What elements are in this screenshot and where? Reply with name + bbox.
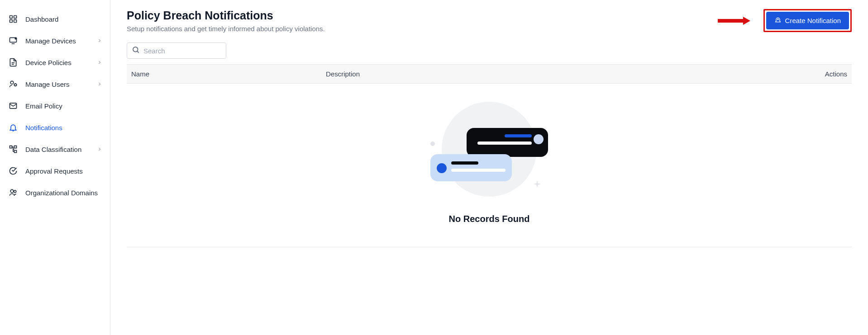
user-settings-icon [8, 79, 18, 89]
svg-rect-3 [14, 20, 17, 23]
search-icon [132, 46, 140, 56]
check-circle-icon [8, 166, 18, 176]
create-notification-label: Create Notification [785, 17, 841, 24]
sidebar-item-approval-requests[interactable]: Approval Requests [0, 160, 110, 182]
sidebar-item-label: Organizational Domains [25, 189, 103, 197]
sidebar-item-manage-users[interactable]: Manage Users [0, 73, 110, 95]
main-content: Policy Breach Notifications Setup notifi… [110, 0, 868, 335]
bell-plus-icon [774, 16, 782, 25]
chevron-right-icon [96, 81, 103, 87]
sidebar-item-email-policy[interactable]: Email Policy [0, 95, 110, 117]
sidebar-item-dashboard[interactable]: Dashboard [0, 8, 110, 30]
sidebar-item-label: Approval Requests [25, 167, 103, 175]
sidebar-item-data-classification[interactable]: Data Classification [0, 138, 110, 160]
svg-point-15 [10, 189, 14, 193]
sidebar-item-device-policies[interactable]: Device Policies [0, 52, 110, 73]
column-header-name: Name [131, 70, 326, 78]
column-header-actions: Actions [793, 70, 847, 78]
document-icon [8, 57, 18, 67]
svg-line-22 [137, 51, 139, 53]
sidebar-item-label: Device Policies [25, 59, 96, 66]
chevron-right-icon [96, 59, 103, 66]
svg-rect-12 [10, 146, 12, 148]
empty-state-illustration [430, 102, 548, 201]
svg-rect-14 [14, 151, 17, 153]
svg-rect-0 [10, 16, 13, 19]
sidebar-item-label: Dashboard [25, 15, 103, 23]
chevron-right-icon [96, 38, 103, 44]
highlight-box: Create Notification [763, 9, 852, 32]
search-box[interactable] [127, 42, 226, 59]
svg-point-16 [14, 190, 16, 193]
sparkle-icon [533, 179, 542, 189]
monitor-icon [8, 36, 18, 46]
sidebar-item-label: Notifications [25, 124, 103, 132]
svg-rect-2 [10, 20, 13, 23]
sidebar-item-label: Manage Users [25, 80, 96, 88]
svg-point-21 [133, 47, 138, 52]
empty-state-message: No Records Found [449, 214, 530, 224]
page-title: Policy Breach Notifications [127, 9, 325, 22]
arrow-right-icon [718, 17, 750, 25]
sidebar-item-label: Data Classification [25, 146, 96, 153]
sidebar-item-notifications[interactable]: Notifications [0, 117, 110, 138]
svg-rect-1 [14, 16, 17, 19]
column-header-description: Description [326, 70, 793, 78]
svg-marker-18 [743, 17, 750, 25]
svg-rect-13 [14, 146, 17, 148]
create-notification-button[interactable]: Create Notification [766, 12, 849, 29]
page-subtitle: Setup notifications and get timely infor… [127, 25, 325, 33]
chevron-right-icon [96, 146, 103, 152]
notifications-table: Name Description Actions [127, 64, 852, 247]
bell-icon [8, 123, 18, 132]
table-header: Name Description Actions [127, 65, 852, 84]
users-icon [8, 188, 18, 198]
svg-point-10 [14, 84, 17, 86]
sidebar-item-manage-devices[interactable]: Manage Devices [0, 30, 110, 52]
mail-icon [8, 101, 18, 111]
sidebar-item-label: Manage Devices [25, 37, 96, 45]
sidebar-item-organizational-domains[interactable]: Organizational Domains [0, 182, 110, 203]
svg-point-6 [15, 38, 16, 39]
hierarchy-icon [8, 144, 18, 154]
empty-state: No Records Found [127, 84, 852, 247]
sidebar: Dashboard Manage Devices Device Policies [0, 0, 110, 335]
search-input[interactable] [143, 47, 221, 55]
svg-point-9 [10, 81, 14, 84]
dashboard-icon [8, 14, 18, 24]
sidebar-item-label: Email Policy [25, 102, 103, 110]
